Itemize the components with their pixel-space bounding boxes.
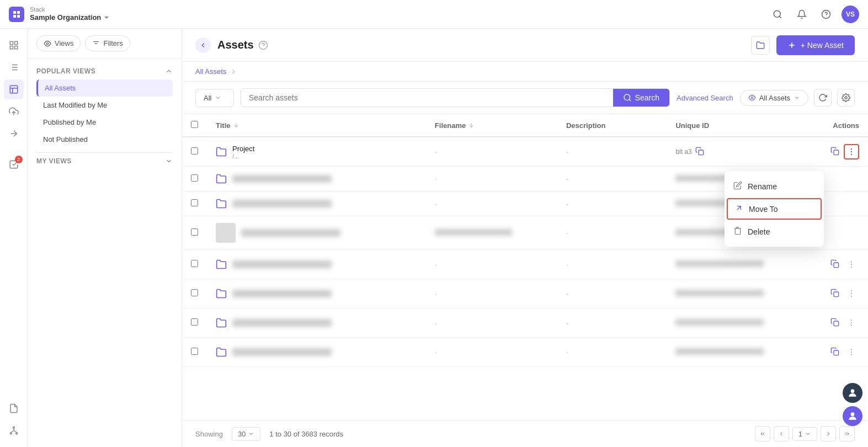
select-all-checkbox[interactable]	[191, 121, 198, 128]
search-bar: All Search Advanced Search All Assets	[182, 82, 868, 114]
move-to-menu-item[interactable]: Move To	[727, 198, 822, 220]
svg-point-23	[46, 42, 49, 45]
advanced-search-link[interactable]: Advanced Search	[677, 94, 733, 102]
svg-point-0	[774, 10, 780, 17]
row-description: -	[557, 250, 667, 279]
refresh-button[interactable]	[814, 89, 832, 107]
svg-point-52	[851, 325, 852, 326]
copy-asset-btn[interactable]	[828, 316, 842, 331]
folder-icon	[216, 173, 227, 184]
more-options-btn[interactable]	[844, 257, 859, 272]
uid-text: blt a3	[675, 148, 691, 156]
next-page-btn[interactable]	[821, 426, 836, 441]
folder-icon	[216, 198, 227, 209]
row-filename	[426, 216, 557, 250]
sidebar-icon-list[interactable]	[4, 57, 24, 77]
new-asset-button[interactable]: + New Asset	[776, 35, 855, 55]
rename-menu-item[interactable]: Rename	[725, 175, 824, 197]
more-options-btn[interactable]	[844, 344, 859, 360]
icon-sidebar: 2	[0, 29, 28, 447]
create-folder-btn[interactable]	[751, 36, 770, 55]
popular-views-header[interactable]: Popular Views	[36, 67, 173, 75]
svg-rect-3	[10, 41, 13, 44]
breadcrumb-all-assets[interactable]: All Assets	[195, 67, 226, 76]
sidebar-divider	[36, 152, 173, 153]
row-checkbox[interactable]	[191, 289, 198, 296]
copy-asset-btn[interactable]	[828, 286, 842, 301]
sidebar-icon-content[interactable]	[4, 398, 24, 418]
row-title-cell	[216, 259, 417, 270]
row-checkbox[interactable]	[191, 174, 198, 182]
sidebar-top-actions: Views Filters	[28, 29, 182, 58]
row-checkbox[interactable]	[191, 147, 198, 155]
row-checkbox[interactable]	[191, 260, 198, 267]
row-description: -	[557, 216, 667, 250]
records-info: 1 to 30 of 3683 records	[269, 430, 343, 438]
sidebar-item-published-by-me[interactable]: Published by Me	[36, 114, 173, 131]
svg-point-47	[851, 293, 852, 294]
brand-org-name[interactable]: Sample Organization	[30, 13, 110, 22]
sidebar-icon-assets[interactable]	[4, 79, 24, 99]
sidebar-icon-connect[interactable]	[4, 124, 24, 143]
first-page-btn[interactable]	[755, 426, 770, 441]
views-button[interactable]: Views	[36, 35, 81, 51]
more-options-btn[interactable]	[844, 286, 859, 301]
prev-page-btn[interactable]	[774, 426, 789, 441]
brand-logo[interactable]	[9, 7, 24, 22]
back-btn[interactable]	[195, 38, 211, 53]
page-size-dropdown[interactable]: 30	[232, 427, 260, 441]
row-unique-id	[667, 338, 813, 367]
copy-asset-btn[interactable]	[828, 345, 842, 360]
search-type-dropdown[interactable]: All	[195, 89, 234, 107]
user-avatar[interactable]: VS	[842, 6, 859, 23]
row-checkbox[interactable]	[191, 318, 198, 326]
breadcrumb: All Assets	[182, 62, 868, 82]
sidebar-icon-grid[interactable]	[4, 35, 24, 55]
svg-point-44	[851, 267, 852, 268]
copy-asset-btn[interactable]	[828, 257, 842, 272]
table-settings-button[interactable]	[837, 89, 855, 107]
col-header-title[interactable]: Title	[207, 114, 426, 137]
search-button[interactable]: Search	[613, 89, 669, 107]
col-header-filename[interactable]: Filename	[426, 114, 557, 137]
delete-menu-item[interactable]: Delete	[725, 221, 824, 242]
top-nav-left: Stack Sample Organization	[9, 6, 110, 22]
brand-stack-label: Stack	[30, 6, 110, 13]
actions-wrap	[822, 286, 859, 301]
help-btn[interactable]	[817, 6, 835, 23]
sidebar-item-all-assets[interactable]: All Assets	[36, 79, 173, 97]
copy-asset-btn[interactable]	[828, 145, 842, 159]
row-checkbox[interactable]	[191, 348, 198, 355]
copy-uid-btn[interactable]	[695, 147, 704, 157]
global-search-btn[interactable]	[769, 6, 786, 23]
breadcrumb-chevron-icon	[230, 68, 237, 76]
sidebar-item-not-published[interactable]: Not Published	[36, 131, 173, 148]
last-page-btn[interactable]	[839, 426, 855, 441]
sidebar-icon-tasks[interactable]: 2	[4, 155, 24, 174]
floating-avatar-1[interactable]	[843, 383, 862, 403]
floating-avatar-2[interactable]	[843, 406, 862, 426]
more-options-btn[interactable]	[844, 315, 859, 331]
svg-rect-5	[10, 46, 13, 49]
notifications-btn[interactable]	[793, 6, 811, 23]
sidebar-icon-publish[interactable]	[4, 102, 24, 121]
row-title-blurred	[232, 175, 332, 183]
nav-sidebar: Views Filters Popular Views All Assets L…	[28, 29, 182, 447]
row-checkbox[interactable]	[191, 228, 198, 236]
my-views-header[interactable]: My Views	[36, 157, 173, 165]
page-number-input[interactable]: 1	[792, 427, 817, 441]
page-title: Assets	[217, 39, 254, 51]
svg-rect-41	[834, 263, 839, 268]
more-options-btn[interactable]	[844, 144, 859, 159]
sidebar-icon-schema[interactable]	[4, 421, 24, 440]
sidebar-item-last-modified[interactable]: Last Modified by Me	[36, 97, 173, 114]
row-unique-id: blt a3	[667, 137, 813, 167]
row-checkbox[interactable]	[191, 199, 198, 206]
popular-views-section: Popular Views All Assets Last Modified b…	[28, 58, 182, 178]
search-input[interactable]	[241, 89, 613, 107]
col-header-check	[182, 114, 207, 137]
rename-icon	[733, 181, 742, 191]
title-help-icon[interactable]	[258, 40, 268, 50]
all-assets-filter[interactable]: All Assets	[740, 90, 808, 106]
filters-button[interactable]: Filters	[85, 35, 130, 51]
